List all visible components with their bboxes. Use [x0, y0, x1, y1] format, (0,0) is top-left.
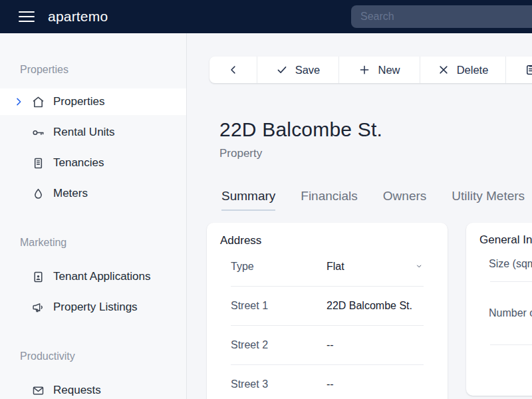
main-content: Save New Delete 22D Balcombe St. Propert…: [187, 33, 532, 399]
plus-icon: [358, 64, 370, 76]
search-input[interactable]: [351, 5, 532, 28]
key-icon: [31, 125, 45, 140]
save-button-label: Save: [295, 64, 321, 76]
sidebar-item-requests[interactable]: Requests: [0, 375, 186, 399]
field-label: Street 1: [231, 300, 327, 312]
megaphone-icon: [31, 300, 45, 315]
hamburger-menu-icon[interactable]: [19, 11, 35, 22]
sidebar-item-meters[interactable]: Meters: [0, 178, 186, 209]
topbar: apartemo: [0, 0, 532, 33]
sidebar-item-properties[interactable]: Properties: [0, 88, 186, 115]
field-row-size: Size (sqm): [479, 247, 532, 281]
field-label: Size (sqm): [489, 255, 532, 273]
address-card: Address Type Flat Street 1 22D Balcombe …: [207, 223, 448, 399]
sidebar-section-header: Marketing: [0, 237, 186, 249]
sidebar-item-label: Properties: [53, 95, 104, 108]
sidebar-section-header: Productivity: [0, 350, 186, 362]
sidebar-section-marketing: Marketing Tenant Applications Property L…: [0, 237, 186, 323]
clipboard-icon: [525, 64, 532, 76]
drop-icon: [31, 186, 45, 201]
sidebar-item-label: Tenancies: [53, 156, 104, 170]
check-icon: [276, 64, 288, 76]
x-icon: [438, 64, 450, 76]
sidebar-item-label: Requests: [53, 384, 101, 397]
save-button[interactable]: Save: [257, 57, 338, 83]
tab-financials[interactable]: Financials: [301, 189, 358, 211]
record-toolbar: Save New Delete: [209, 57, 532, 83]
document-icon: [31, 156, 45, 170]
divider: [490, 344, 532, 345]
sidebar-item-tenancies[interactable]: Tenancies: [0, 148, 186, 178]
card-title: General Information: [479, 233, 532, 247]
chevron-right-icon[interactable]: [13, 96, 24, 107]
page-title: 22D Balcombe St.: [219, 118, 532, 141]
new-button-label: New: [378, 64, 400, 76]
street3-field[interactable]: --: [327, 378, 422, 390]
back-button[interactable]: [209, 57, 257, 83]
tab-utility-meters[interactable]: Utility Meters: [452, 189, 525, 211]
sidebar-item-rental-units[interactable]: Rental Units: [0, 117, 186, 148]
app-logo: apartemo: [48, 9, 108, 25]
sidebar: Properties Properties Rental Units: [0, 33, 187, 399]
contact-card-icon: [31, 269, 45, 284]
sidebar-item-label: Tenant Applications: [53, 270, 151, 283]
delete-button-label: Delete: [457, 64, 489, 76]
field-row-street2: Street 2 --: [220, 326, 434, 364]
sidebar-item-property-listings[interactable]: Property Listings: [0, 292, 186, 323]
sidebar-item-label: Rental Units: [53, 126, 115, 139]
tab-summary[interactable]: Summary: [221, 189, 275, 211]
clipboard-button[interactable]: [506, 57, 532, 83]
sidebar-section-header: Properties: [0, 64, 186, 76]
record-header: 22D Balcombe St. Property: [219, 118, 532, 160]
street2-field[interactable]: --: [327, 339, 422, 351]
tab-bar: Summary Financials Owners Utility Meters: [221, 189, 532, 211]
field-row-street3: Street 3 --: [220, 365, 434, 399]
sidebar-item-label: Meters: [53, 187, 88, 200]
home-icon: [31, 94, 45, 109]
field-label: Street 3: [231, 378, 327, 390]
general-information-card: General Information Size (sqm) Number of…: [466, 223, 532, 396]
tab-owners[interactable]: Owners: [383, 189, 426, 211]
type-select-value[interactable]: Flat: [327, 261, 378, 273]
field-row-street1: Street 1 22D Balcombe St.: [220, 287, 434, 325]
card-title: Address: [220, 234, 434, 247]
sidebar-section-productivity: Productivity Requests: [0, 350, 186, 399]
field-label: Number of units: [489, 305, 532, 322]
field-label: Street 2: [231, 339, 327, 351]
street1-field[interactable]: 22D Balcombe St.: [327, 300, 422, 312]
field-row-number-of-units: Number of units: [479, 282, 532, 344]
sidebar-section-properties: Properties Properties Rental Units: [0, 64, 186, 209]
delete-button[interactable]: Delete: [420, 57, 505, 83]
new-button[interactable]: New: [339, 57, 420, 83]
envelope-icon: [31, 383, 45, 398]
field-label: Type: [231, 261, 327, 273]
page-subtitle: Property: [219, 147, 532, 160]
sidebar-item-tenant-applications[interactable]: Tenant Applications: [0, 261, 186, 292]
sidebar-item-label: Property Listings: [53, 301, 138, 314]
chevron-down-icon[interactable]: [416, 260, 422, 273]
cards-row: Address Type Flat Street 1 22D Balcombe …: [207, 223, 532, 399]
field-row-type: Type Flat: [220, 247, 434, 286]
